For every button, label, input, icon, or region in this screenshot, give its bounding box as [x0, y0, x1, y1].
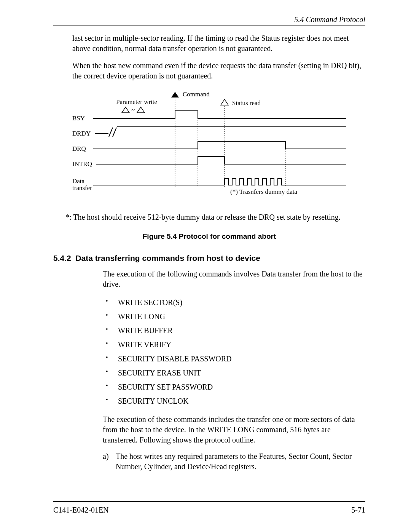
diagram-label-status: Status read: [232, 99, 261, 107]
header-rule: [53, 26, 365, 26]
diagram-label-param: Parameter write: [116, 98, 157, 105]
page: 5.4 Command Protocol last sector in mult…: [0, 0, 411, 532]
list-item: SECURITY ERASE UNIT: [103, 366, 365, 380]
list-item: SECURITY SET PASSWORD: [103, 380, 365, 394]
diagram-label-data1: Data: [72, 177, 85, 185]
step-a: a) The host writes any required paramete…: [103, 451, 365, 472]
doc-id: C141-E042-01EN: [53, 506, 109, 514]
page-number: 5-71: [351, 506, 365, 514]
diagram-label-bsy: BSY: [72, 115, 85, 122]
running-header: 5.4 Command Protocol: [53, 15, 365, 24]
diagram-label-data2: transfer: [72, 184, 92, 192]
svg-marker-4: [221, 99, 228, 105]
list-item: SECURITY UNCLOK: [103, 394, 365, 408]
svg-marker-3: [137, 107, 145, 113]
list-item: WRITE VERIFY: [103, 338, 365, 352]
diagram-label-drdy: DRDY: [72, 130, 91, 137]
list-item: WRITE SECTOR(S): [103, 296, 365, 310]
list-item: SECURITY DISABLE PASSWORD: [103, 352, 365, 366]
page-footer: C141-E042-01EN 5-71: [53, 501, 365, 514]
step-marker: a): [103, 451, 109, 462]
svg-text:~: ~: [131, 106, 135, 113]
svg-line-10: [109, 128, 113, 137]
subsection-number: 5.4.2: [53, 254, 71, 262]
paragraph: The execution of these commands includes…: [103, 414, 365, 445]
diagram-label-command: Command: [183, 91, 210, 98]
timing-diagram: Command Parameter write ~ Status read BS…: [72, 88, 365, 208]
command-list: WRITE SECTOR(S) WRITE LONG WRITE BUFFER …: [103, 296, 365, 408]
intro-paragraph: The execution of the following commands …: [103, 269, 365, 289]
paragraph: last sector in multiple-sector reading. …: [72, 33, 365, 54]
step-text: The host writes any required parameters …: [116, 452, 352, 471]
svg-line-11: [113, 128, 116, 137]
footer-rule: [53, 501, 365, 502]
diagram-label-dummy: (*) Trasnfers dummy data: [230, 188, 298, 195]
subsection-title: Data transferring commands from host to …: [75, 254, 260, 262]
subsection-heading: 5.4.2 Data transferring commands from ho…: [53, 254, 365, 263]
list-item: WRITE LONG: [103, 310, 365, 324]
diagram-label-intrq: INTRQ: [72, 160, 92, 168]
svg-marker-1: [122, 107, 129, 113]
diagram-label-drq: DRQ: [72, 145, 86, 152]
list-item: WRITE BUFFER: [103, 324, 365, 338]
paragraph: When the host new command even if the de…: [72, 61, 365, 81]
figure-caption: Figure 5.4 Protocol for command abort: [53, 232, 365, 241]
svg-marker-0: [171, 92, 179, 97]
section-body: The execution of the following commands …: [103, 269, 365, 472]
footnote: *: The host should receive 512-byte dumm…: [65, 213, 365, 222]
